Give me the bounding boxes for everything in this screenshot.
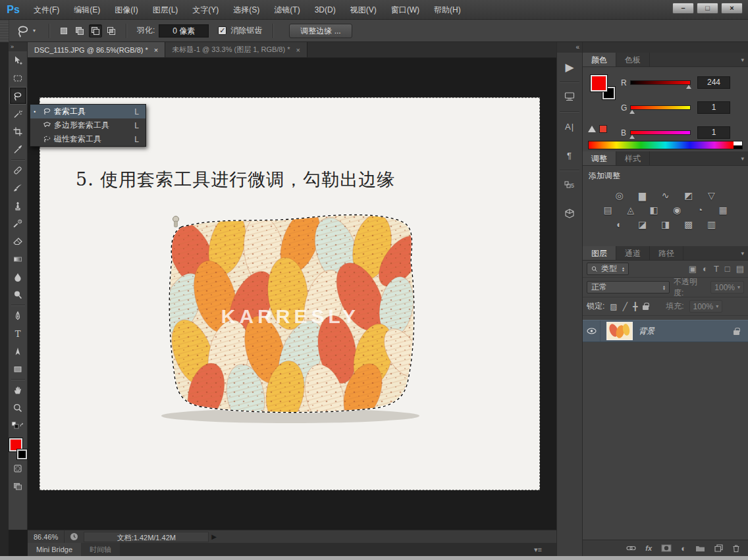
blue-value-input[interactable]: 1 bbox=[697, 126, 730, 139]
tab-close-icon[interactable]: × bbox=[154, 46, 158, 54]
add-to-selection-button[interactable] bbox=[73, 24, 86, 38]
document-tab-dsc-1115[interactable]: DSC_1115.JPG @ 86.5%(RGB/8) * × bbox=[28, 42, 165, 57]
refine-edge-button[interactable]: 调整边缘 ... bbox=[289, 24, 352, 38]
menu-edit[interactable]: 编辑(E) bbox=[67, 0, 107, 20]
fill-input[interactable]: 100% ▾ bbox=[689, 300, 723, 313]
new-selection-button[interactable] bbox=[57, 24, 70, 38]
green-slider[interactable] bbox=[630, 105, 691, 110]
hand-tool[interactable] bbox=[9, 381, 27, 399]
history-brush-tool[interactable] bbox=[9, 215, 27, 232]
curves-icon[interactable]: ∿ bbox=[658, 190, 673, 201]
gradient-map-icon[interactable]: ▩ bbox=[681, 219, 696, 230]
history-panel-icon[interactable] bbox=[557, 82, 582, 111]
delete-layer-icon[interactable] bbox=[732, 544, 740, 553]
3d-panel-icon[interactable] bbox=[557, 199, 582, 228]
flyout-item-lasso-tool[interactable]: ▪ 套索工具 L bbox=[30, 105, 146, 118]
subtract-from-selection-button[interactable] bbox=[89, 24, 102, 38]
exposure-icon[interactable]: ◩ bbox=[681, 190, 696, 201]
flyout-item-polygonal-lasso-tool[interactable]: 多边形套索工具 L bbox=[30, 118, 146, 132]
path-selection-tool[interactable] bbox=[9, 342, 27, 360]
menu-type[interactable]: 文字(Y) bbox=[185, 0, 226, 20]
hue-saturation-icon[interactable]: ▤ bbox=[601, 205, 615, 215]
invert-icon[interactable]: ◐ bbox=[612, 219, 627, 230]
menu-3d[interactable]: 3D(D) bbox=[307, 0, 343, 20]
tab-mini-bridge[interactable]: Mini Bridge bbox=[28, 543, 81, 556]
type-tool[interactable]: T bbox=[9, 324, 27, 342]
document-tab-untitled-1[interactable]: 未标题-1 @ 33.3% (图层 1, RGB/8) * × bbox=[165, 42, 307, 57]
filter-adjustment-icon[interactable]: ◐ bbox=[703, 264, 708, 274]
spot-healing-brush-tool[interactable] bbox=[9, 161, 27, 179]
layer-thumbnail[interactable] bbox=[606, 322, 633, 340]
document-image[interactable]: 5. 使用套索工具进行微调，勾勒出边缘 bbox=[40, 97, 540, 490]
panel-menu-icon[interactable]: ▾ bbox=[741, 151, 744, 165]
vibrance-icon[interactable]: ▽ bbox=[705, 190, 719, 201]
zoom-tool[interactable] bbox=[9, 399, 27, 417]
black-white-icon[interactable]: ◧ bbox=[647, 205, 661, 215]
status-menu-arrow-icon[interactable]: ▶ bbox=[211, 533, 217, 540]
crop-tool[interactable] bbox=[9, 122, 27, 140]
foreground-color-swatch[interactable] bbox=[591, 75, 607, 91]
red-value-input[interactable]: 244 bbox=[697, 76, 730, 89]
tab-timeline[interactable]: 时间轴 bbox=[81, 543, 120, 556]
tab-channels[interactable]: 通道 bbox=[616, 246, 650, 260]
channel-mixer-icon[interactable]: ◔ bbox=[693, 205, 707, 215]
rectangular-marquee-tool[interactable] bbox=[9, 69, 27, 87]
shape-tool[interactable] bbox=[9, 360, 27, 378]
tab-color[interactable]: 颜色 bbox=[583, 53, 616, 66]
blue-slider-thumb[interactable] bbox=[629, 135, 635, 139]
blur-tool[interactable] bbox=[9, 268, 27, 286]
add-layer-mask-icon[interactable] bbox=[661, 544, 672, 552]
menu-file[interactable]: 文件(F) bbox=[26, 0, 67, 20]
close-button[interactable]: × bbox=[721, 3, 743, 14]
eraser-tool[interactable] bbox=[9, 232, 27, 250]
blend-mode-dropdown[interactable]: 正常 ▴▾ bbox=[587, 281, 670, 293]
opacity-input[interactable]: 100% ▾ bbox=[710, 281, 744, 293]
gradient-tool[interactable] bbox=[9, 250, 27, 268]
color-spectrum-ramp[interactable] bbox=[588, 141, 743, 149]
red-slider-thumb[interactable] bbox=[686, 85, 691, 89]
new-group-icon[interactable] bbox=[695, 544, 705, 552]
menu-select[interactable]: 选择(S) bbox=[226, 0, 267, 20]
menu-view[interactable]: 视图(V) bbox=[343, 0, 384, 20]
quick-selection-tool[interactable] bbox=[9, 105, 27, 122]
photo-filter-icon[interactable]: ◉ bbox=[670, 205, 684, 215]
lock-all-icon[interactable] bbox=[643, 305, 649, 310]
lasso-tool[interactable] bbox=[9, 87, 27, 105]
tool-preset-picker[interactable]: ▾ bbox=[9, 24, 42, 38]
new-adjustment-layer-icon[interactable]: ◐ bbox=[681, 544, 686, 553]
actions-panel-icon[interactable]: ▶ bbox=[557, 53, 582, 82]
clone-stamp-tool[interactable] bbox=[9, 197, 27, 215]
layer-visibility-toggle[interactable] bbox=[583, 320, 601, 342]
intersect-selection-button[interactable] bbox=[105, 24, 118, 38]
tab-close-icon[interactable]: × bbox=[296, 46, 300, 54]
tab-swatches[interactable]: 色板 bbox=[616, 53, 650, 66]
tab-adjustments[interactable]: 调整 bbox=[583, 151, 616, 165]
eyedropper-tool[interactable] bbox=[9, 140, 27, 158]
maximize-button[interactable]: □ bbox=[697, 3, 718, 14]
posterize-icon[interactable]: ◪ bbox=[635, 219, 650, 230]
swap-colors-icon[interactable] bbox=[9, 417, 27, 434]
filter-image-icon[interactable]: ▣ bbox=[689, 264, 697, 274]
menu-filter[interactable]: 滤镜(T) bbox=[267, 0, 307, 20]
dock-expand-button[interactable]: « bbox=[557, 42, 582, 53]
lock-paint-icon[interactable]: ╱ bbox=[623, 302, 628, 311]
tab-paths[interactable]: 路径 bbox=[650, 246, 683, 260]
background-color-swatch[interactable] bbox=[17, 449, 27, 459]
layer-row-background[interactable]: 背景 bbox=[583, 320, 748, 342]
selective-color-icon[interactable]: ▥ bbox=[705, 219, 719, 230]
filter-smart-object-icon[interactable]: ▤ bbox=[736, 264, 744, 274]
layer-style-icon[interactable]: fx bbox=[645, 544, 652, 552]
screen-mode-button[interactable] bbox=[9, 477, 27, 495]
layer-name[interactable]: 背景 bbox=[639, 326, 654, 337]
tab-styles[interactable]: 样式 bbox=[616, 151, 650, 165]
flyout-item-magnetic-lasso-tool[interactable]: 磁性套索工具 L bbox=[30, 132, 146, 146]
menu-window[interactable]: 窗口(W) bbox=[384, 0, 427, 20]
green-slider-thumb[interactable] bbox=[629, 110, 635, 114]
paragraph-panel-icon[interactable]: ¶ bbox=[557, 141, 582, 170]
quick-mask-button[interactable] bbox=[9, 459, 27, 477]
pen-tool[interactable] bbox=[9, 307, 27, 324]
new-layer-icon[interactable] bbox=[714, 544, 723, 552]
panel-menu-icon[interactable]: ▾ bbox=[741, 246, 744, 260]
levels-icon[interactable]: ▆ bbox=[635, 190, 650, 201]
color-lookup-icon[interactable]: ▦ bbox=[716, 205, 730, 215]
